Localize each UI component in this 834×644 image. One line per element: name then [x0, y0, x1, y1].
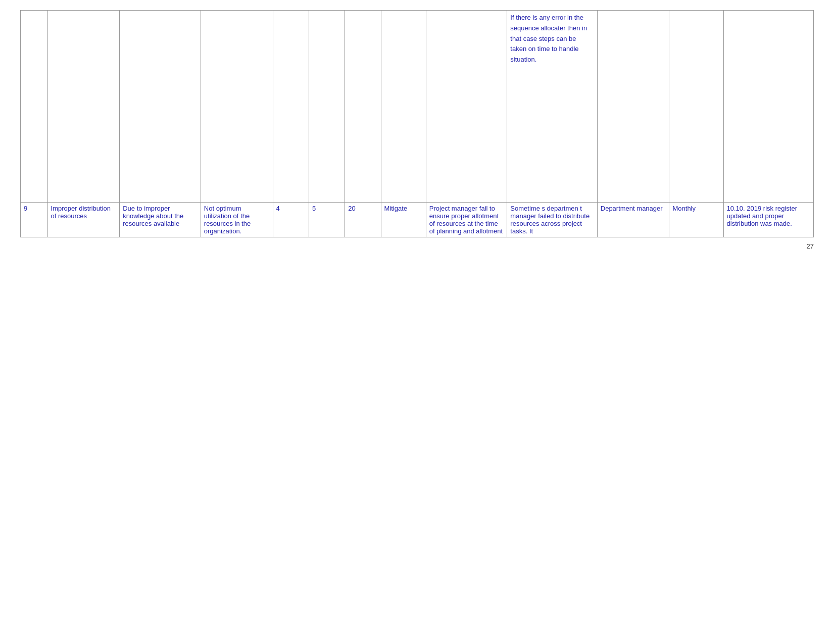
- cell-9-5: 5: [309, 203, 345, 237]
- cell-top-5: [309, 11, 345, 203]
- page-number-text: 27: [807, 242, 814, 250]
- cell-9-project: Project manager fail to ensure proper al…: [426, 203, 507, 237]
- cell-top-not: [201, 11, 273, 203]
- cell-9-dept: Department manager: [597, 203, 669, 237]
- cell-9-monthly: Monthly: [669, 203, 723, 237]
- cell-9-improper: Improper distribution of resources: [47, 203, 120, 237]
- page-container: If there is any error in the sequence al…: [20, 10, 814, 250]
- cell-top-date: [723, 11, 813, 203]
- table-row-top: If there is any error in the sequence al…: [21, 11, 814, 203]
- cell-9-4: 4: [273, 203, 309, 237]
- cell-9-mitigate: Mitigate: [381, 203, 426, 237]
- cell-top-mitigate: [381, 11, 426, 203]
- cell-9-due: Due to improper knowledge about the reso…: [120, 203, 201, 237]
- error-text: If there is any error in the sequence al…: [510, 14, 587, 63]
- cell-top-monthly: [669, 11, 723, 203]
- cell-top-dept: [597, 11, 669, 203]
- table-row-9: 9 Improper distribution of resources Due…: [21, 203, 814, 237]
- cell-top-project: [426, 11, 507, 203]
- cell-9-not: Not optimum utilization of the resources…: [201, 203, 273, 237]
- risk-table: If there is any error in the sequence al…: [20, 10, 814, 237]
- cell-top-4: [273, 11, 309, 203]
- cell-top-sometime: If there is any error in the sequence al…: [507, 11, 597, 203]
- cell-top-num: [21, 11, 48, 203]
- cell-9-num: 9: [21, 203, 48, 237]
- cell-9-sometime: Sometime s departmen t manager failed to…: [507, 203, 597, 237]
- cell-9-20: 20: [345, 203, 381, 237]
- cell-9-date: 10.10. 2019 risk register updated and pr…: [723, 203, 813, 237]
- cell-top-20: [345, 11, 381, 203]
- cell-top-improper: [47, 11, 120, 203]
- page-number: 27: [20, 242, 814, 250]
- cell-top-due: [120, 11, 201, 203]
